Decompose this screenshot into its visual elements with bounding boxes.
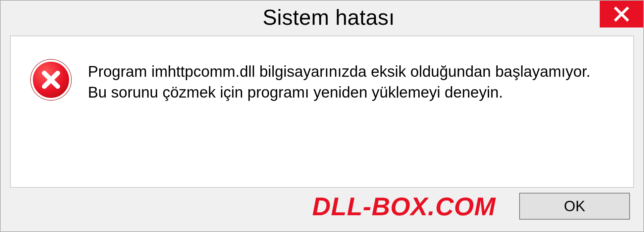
ok-button-label: OK [564, 198, 585, 215]
error-icon [31, 60, 71, 100]
titlebar: Sistem hatası [1, 1, 643, 34]
watermark-text: DLL-BOX.COM [312, 192, 496, 221]
close-icon [613, 6, 630, 22]
dialog-footer: DLL-BOX.COM OK [1, 188, 643, 231]
message-panel: Program imhttpcomm.dll bilgisayarınızda … [10, 36, 634, 188]
error-dialog: Sistem hatası Program imhttpcomm.dll bil… [0, 0, 644, 232]
dialog-title: Sistem hatası [14, 5, 643, 30]
ok-button[interactable]: OK [519, 193, 630, 220]
close-button[interactable] [600, 1, 643, 27]
error-message: Program imhttpcomm.dll bilgisayarınızda … [88, 60, 608, 103]
